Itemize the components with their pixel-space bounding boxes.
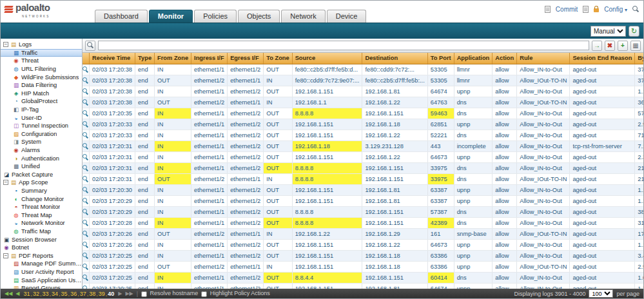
sidebar-item-app-scope[interactable]: −▤App Scope <box>1 178 82 187</box>
column-header-source[interactable]: Source <box>292 53 362 64</box>
prev-page-icon[interactable]: ◀ <box>15 291 19 296</box>
sidebar-item-network-monitor[interactable]: ◒Network Monitor <box>1 219 82 227</box>
sidebar-item-system[interactable]: ◨System <box>1 138 82 146</box>
table-row[interactable]: 02/03 17:20:38endINethernet1/1ethernet1/… <box>83 64 643 75</box>
sidebar-item-logs[interactable]: −▤Logs <box>1 41 82 49</box>
sidebar-item-packet-capture[interactable]: ◪Packet Capture <box>1 171 82 179</box>
column-header-to-zone[interactable]: To Zone <box>264 53 292 64</box>
next-page-icon[interactable]: ▶ <box>118 291 122 296</box>
sidebar-item-traffic[interactable]: ▦Traffic <box>1 49 82 57</box>
page-link-33[interactable]: 33 <box>43 291 49 297</box>
sidebar-item-report-groups[interactable]: ▥Report Groups <box>1 284 82 289</box>
page-link-38[interactable]: 38 <box>89 291 95 297</box>
table-row[interactable]: 02/03 17:20:28endINethernet1/1ethernet1/… <box>83 217 643 228</box>
log-detail-icon[interactable] <box>83 165 89 171</box>
refresh-button[interactable]: ↻ <box>629 26 639 37</box>
sidebar-item-threat[interactable]: ◉Threat <box>1 57 82 65</box>
log-detail-icon[interactable] <box>83 143 89 150</box>
sidebar-item-hip-match[interactable]: ◈HIP Match <box>1 90 82 98</box>
sidebar-item-user-id[interactable]: ◒User-ID <box>1 113 82 122</box>
sidebar-item-unified[interactable]: ▩Unified <box>1 162 82 171</box>
log-detail-icon[interactable] <box>83 198 89 204</box>
column-header-receive-time[interactable]: Receive Time <box>90 53 135 64</box>
log-detail-icon[interactable] <box>83 253 89 259</box>
table-row[interactable]: 02/03 17:20:26endINethernet1/1ethernet1/… <box>83 239 643 250</box>
sidebar-item-botnet[interactable]: ◉Botnet <box>1 244 82 252</box>
column-header-application[interactable]: Application <box>454 53 493 64</box>
global-search-icon[interactable] <box>632 6 639 13</box>
sidebar-item-session-browser[interactable]: ▣Session Browser <box>1 235 82 244</box>
column-header-session-end-reason[interactable]: Session End Reason <box>570 53 635 64</box>
table-row[interactable]: 02/03 17:20:38endOUTethernet1/2ethernet1… <box>83 75 643 86</box>
sidebar-item-data-filtering[interactable]: ▥Data Filtering <box>1 81 82 90</box>
log-detail-icon[interactable] <box>83 220 89 226</box>
table-row[interactable]: 02/03 17:20:33endINethernet1/1ethernet1/… <box>83 119 643 130</box>
table-row[interactable]: 02/03 17:20:31endINethernet1/1ethernet1/… <box>83 162 643 173</box>
sidebar-item-change-monitor[interactable]: ◐Change Monitor <box>1 195 82 203</box>
tab-objects[interactable]: Objects <box>238 10 280 23</box>
page-link-34[interactable]: 34 <box>52 291 58 297</box>
tree-collapse-icon[interactable]: − <box>3 253 8 258</box>
page-link-36[interactable]: 36 <box>70 291 77 297</box>
add-filter-button[interactable]: + <box>618 41 628 51</box>
table-row[interactable]: 02/03 17:20:38endINethernet1/1ethernet1/… <box>83 86 643 97</box>
log-detail-icon[interactable] <box>83 231 89 237</box>
sidebar-item-summary[interactable]: ▪Summary <box>1 187 82 195</box>
refresh-mode-select[interactable]: Manual <box>590 26 626 37</box>
log-detail-icon[interactable] <box>83 285 89 289</box>
sidebar-item-traffic-map[interactable]: ◍Traffic Map <box>1 227 82 236</box>
sidebar-item-saas-application-usage[interactable]: ▤SaaS Application Usage <box>1 276 82 284</box>
log-detail-icon[interactable] <box>83 154 89 160</box>
sidebar-item-globalprotect[interactable]: ◔GlobalProtect <box>1 97 82 106</box>
log-filter-input[interactable] <box>98 41 589 50</box>
tree-collapse-icon[interactable]: − <box>3 180 8 185</box>
sidebar-item-wildfire-submissions[interactable]: ◆WildFire Submissions <box>1 73 82 81</box>
column-header-type[interactable]: Type <box>135 53 155 64</box>
tab-device[interactable]: Device <box>327 10 367 23</box>
table-row[interactable]: 02/03 17:20:35endINethernet1/1ethernet1/… <box>83 108 643 119</box>
column-header-from-zone[interactable]: From Zone <box>155 53 191 64</box>
log-detail-icon[interactable] <box>83 66 89 73</box>
sidebar-item-user-activity-report[interactable]: ▨User Activity Report <box>1 268 82 276</box>
sidebar-item-pdf-reports[interactable]: −▤PDF Reports <box>1 251 82 260</box>
column-header-ingress-i-f[interactable]: Ingress I/F <box>191 53 228 64</box>
column-header-to-port[interactable]: To Port <box>427 53 454 64</box>
last-page-icon[interactable]: ▶▶ <box>125 291 133 296</box>
clear-filter-button[interactable]: ✖ <box>605 41 615 51</box>
table-row[interactable]: 02/03 17:20:29endINethernet1/1ethernet1/… <box>83 195 643 206</box>
filter-search-button[interactable] <box>85 41 95 51</box>
table-row[interactable]: 02/03 17:20:33endINethernet1/1ethernet1/… <box>83 130 643 140</box>
tab-policies[interactable]: Policies <box>194 10 237 23</box>
sidebar-item-threat-map[interactable]: ◍Threat Map <box>1 211 82 219</box>
page-link-35[interactable]: 35 <box>61 291 68 297</box>
column-header-destination[interactable]: Destination <box>362 53 427 64</box>
config-dropdown[interactable]: Config ▾ <box>604 6 627 13</box>
column-header-bytes[interactable]: Bytes <box>635 53 643 64</box>
table-row[interactable]: 02/03 17:20:25endINethernet1/1ethernet1/… <box>83 272 643 283</box>
table-row[interactable]: 02/03 17:20:25endOUTethernet1/2ethernet1… <box>83 261 643 272</box>
table-row[interactable]: 02/03 17:20:25endINethernet1/1ethernet1/… <box>83 250 643 261</box>
page-link-31[interactable]: 31 <box>23 291 30 297</box>
log-detail-icon[interactable] <box>83 99 89 106</box>
tree-collapse-icon[interactable]: − <box>3 42 8 47</box>
apply-filter-button[interactable]: → <box>592 41 602 51</box>
log-detail-icon[interactable] <box>83 132 89 139</box>
column-header-rule[interactable]: Rule <box>517 53 570 64</box>
tab-dashboard[interactable]: Dashboard <box>95 10 148 23</box>
tab-monitor[interactable]: Monitor <box>149 10 193 23</box>
lock-icon[interactable] <box>594 8 599 12</box>
log-detail-icon[interactable] <box>83 187 89 193</box>
column-header-egress-i-f[interactable]: Egress I/F <box>228 53 264 64</box>
page-link-39[interactable]: 39 <box>99 291 105 297</box>
sidebar-item-manage-pdf-summary[interactable]: ▧Manage PDF Summary <box>1 260 82 268</box>
log-detail-icon[interactable] <box>83 88 89 95</box>
table-row[interactable]: 02/03 17:20:30endINethernet1/1ethernet1/… <box>83 184 643 195</box>
sidebar-item-tunnel-inspection[interactable]: ◫Tunnel Inspection <box>1 122 82 130</box>
filter-builder-button[interactable]: ▦ <box>630 41 641 51</box>
sidebar-item-threat-monitor[interactable]: ◓Threat Monitor <box>1 203 82 211</box>
log-detail-icon[interactable] <box>83 242 89 248</box>
table-row[interactable]: 02/03 17:20:31endOUTethernet1/2ethernet1… <box>83 173 643 184</box>
first-page-icon[interactable]: ◀◀ <box>5 291 12 296</box>
sidebar-item-url-filtering[interactable]: ◍URL Filtering <box>1 65 82 73</box>
sidebar-item-authentication[interactable]: ◑Authentication <box>1 154 82 162</box>
